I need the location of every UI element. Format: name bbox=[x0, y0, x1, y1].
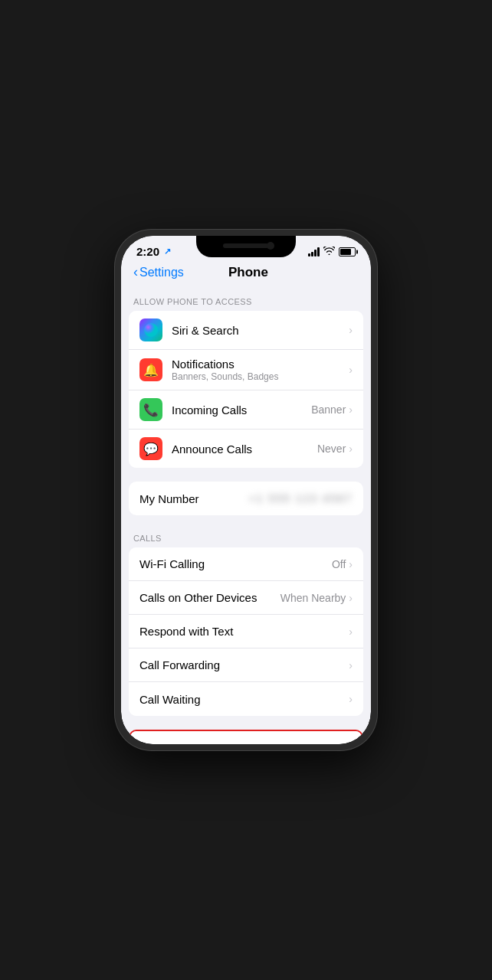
announce-calls-right: Never › bbox=[317, 443, 353, 455]
wifi-icon bbox=[323, 247, 335, 256]
notifications-right: › bbox=[349, 364, 353, 376]
page-title: Phone bbox=[184, 265, 313, 280]
show-caller-id-label: Show My Caller ID bbox=[141, 742, 347, 745]
calls-other-devices-label: Calls on Other Devices bbox=[139, 591, 280, 604]
chevron-icon: › bbox=[349, 324, 353, 336]
calls-header: CALLS bbox=[121, 529, 371, 547]
notifications-label: Notifications bbox=[172, 358, 349, 371]
call-forwarding-right: › bbox=[349, 659, 353, 671]
back-label: Settings bbox=[139, 266, 184, 279]
my-number-label: My Number bbox=[139, 492, 249, 505]
announce-calls-value: Never bbox=[317, 443, 346, 455]
calls-group: Wi-Fi Calling Off › Calls on Other Devic… bbox=[129, 547, 363, 716]
location-arrow-icon: ↗ bbox=[164, 247, 171, 256]
call-waiting-content: Call Waiting bbox=[139, 693, 349, 706]
chevron-icon: › bbox=[349, 626, 353, 638]
chevron-icon: › bbox=[349, 443, 353, 455]
siri-search-right: › bbox=[349, 324, 353, 336]
show-caller-id-content: Show My Caller ID bbox=[141, 742, 347, 745]
time-label: 2:20 bbox=[136, 245, 159, 258]
call-waiting-right: › bbox=[349, 693, 353, 705]
incoming-calls-right: Banner › bbox=[311, 403, 353, 416]
notifications-icon: 🔔 bbox=[139, 358, 162, 381]
my-number-group: My Number +1 555 123 4567 bbox=[129, 482, 363, 515]
notifications-item[interactable]: 🔔 Notifications Banners, Sounds, Badges … bbox=[129, 350, 363, 390]
incoming-calls-item[interactable]: 📞 Incoming Calls Banner › bbox=[129, 390, 363, 430]
announce-calls-content: Announce Calls bbox=[172, 443, 317, 456]
incoming-calls-label: Incoming Calls bbox=[172, 403, 311, 416]
screen: 2:20 ↗ bbox=[121, 236, 371, 744]
calls-other-devices-right: When Nearby › bbox=[280, 592, 353, 604]
respond-with-text-content: Respond with Text bbox=[139, 625, 349, 638]
scroll-content: ALLOW PHONE TO ACCESS bbox=[121, 286, 371, 744]
wifi-calling-content: Wi-Fi Calling bbox=[139, 557, 332, 570]
wifi-calling-label: Wi-Fi Calling bbox=[139, 557, 332, 570]
announce-calls-item[interactable]: 💬 Announce Calls Never › bbox=[129, 430, 363, 468]
announce-calls-icon: 💬 bbox=[139, 437, 162, 460]
respond-with-text-label: Respond with Text bbox=[139, 625, 349, 638]
allow-access-group: Siri & Search › 🔔 Notifications bbox=[129, 311, 363, 468]
call-waiting-label: Call Waiting bbox=[139, 693, 349, 706]
show-caller-id-group: Show My Caller ID › bbox=[129, 730, 363, 744]
incoming-calls-icon: 📞 bbox=[139, 398, 162, 421]
chevron-left-icon: ‹ bbox=[133, 264, 138, 280]
status-time: 2:20 ↗ bbox=[136, 245, 171, 258]
chevron-icon: › bbox=[349, 403, 353, 416]
call-forwarding-item[interactable]: Call Forwarding › bbox=[129, 648, 363, 682]
chevron-icon: › bbox=[349, 592, 353, 604]
my-number-right: +1 555 123 4567 bbox=[249, 492, 353, 505]
chevron-icon: › bbox=[349, 693, 353, 705]
wifi-calling-item[interactable]: Wi-Fi Calling Off › bbox=[129, 547, 363, 581]
call-waiting-item[interactable]: Call Waiting › bbox=[129, 682, 363, 716]
siri-search-label: Siri & Search bbox=[172, 324, 349, 337]
calls-other-devices-value: When Nearby bbox=[280, 592, 346, 604]
siri-icon bbox=[139, 318, 162, 341]
notifications-subtitle: Banners, Sounds, Badges bbox=[172, 371, 349, 382]
wifi-calling-value: Off bbox=[332, 558, 346, 570]
notch bbox=[196, 236, 296, 257]
back-button[interactable]: ‹ Settings bbox=[133, 264, 184, 280]
call-forwarding-label: Call Forwarding bbox=[139, 658, 349, 671]
allow-access-header: ALLOW PHONE TO ACCESS bbox=[121, 292, 371, 311]
status-icons bbox=[308, 247, 356, 256]
incoming-calls-content: Incoming Calls bbox=[172, 403, 311, 416]
my-number-content: My Number bbox=[139, 492, 249, 505]
wifi-calling-right: Off › bbox=[332, 558, 353, 570]
my-number-item[interactable]: My Number +1 555 123 4567 bbox=[129, 482, 363, 515]
chevron-icon: › bbox=[349, 659, 353, 671]
show-caller-id-item[interactable]: Show My Caller ID › bbox=[130, 731, 362, 744]
chevron-icon: › bbox=[347, 742, 351, 744]
chevron-icon: › bbox=[349, 364, 353, 376]
my-number-value: +1 555 123 4567 bbox=[249, 492, 353, 505]
nav-bar: ‹ Settings Phone bbox=[121, 261, 371, 286]
siri-search-content: Siri & Search bbox=[172, 324, 349, 337]
respond-with-text-right: › bbox=[349, 626, 353, 638]
calls-other-devices-content: Calls on Other Devices bbox=[139, 591, 280, 604]
show-caller-id-right: › bbox=[347, 742, 351, 744]
respond-with-text-item[interactable]: Respond with Text › bbox=[129, 615, 363, 648]
svg-point-0 bbox=[144, 323, 158, 337]
call-forwarding-content: Call Forwarding bbox=[139, 658, 349, 671]
notifications-content: Notifications Banners, Sounds, Badges bbox=[172, 358, 349, 382]
siri-search-item[interactable]: Siri & Search › bbox=[129, 311, 363, 350]
announce-calls-label: Announce Calls bbox=[172, 443, 317, 456]
calls-other-devices-item[interactable]: Calls on Other Devices When Nearby › bbox=[129, 581, 363, 615]
incoming-calls-value: Banner bbox=[311, 403, 346, 416]
phone-device: 2:20 ↗ bbox=[115, 230, 377, 750]
chevron-icon: › bbox=[349, 558, 353, 570]
signal-icon bbox=[308, 247, 320, 256]
battery-icon bbox=[339, 247, 356, 256]
